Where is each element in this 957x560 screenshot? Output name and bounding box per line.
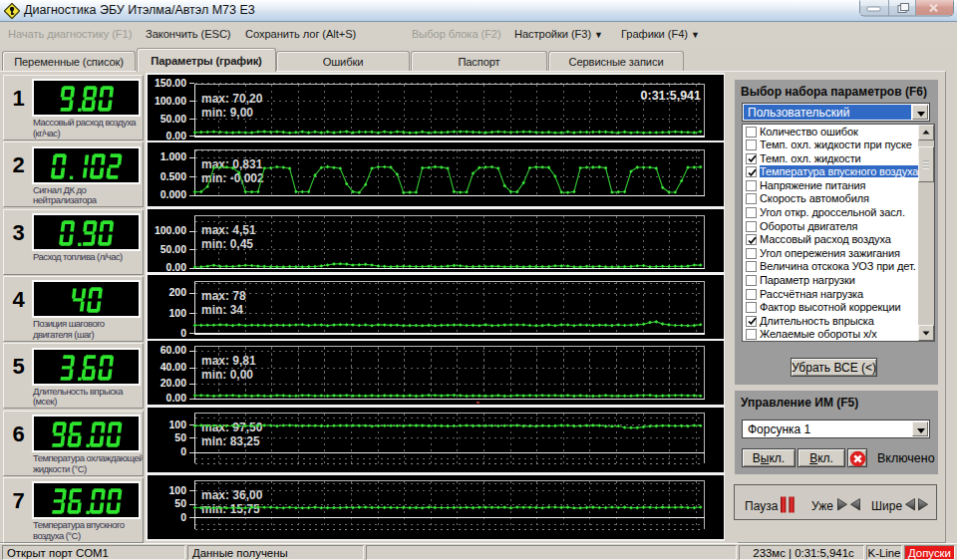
svg-text:0:31:5,941: 0:31:5,941 [641, 89, 702, 103]
svg-text:max: 4,51: max: 4,51 [201, 223, 256, 237]
svg-text:100.00: 100.00 [155, 224, 186, 236]
svg-text:100: 100 [168, 484, 186, 496]
svg-text:0: 0 [180, 445, 186, 457]
svg-text:max: 78: max: 78 [201, 289, 246, 303]
svg-text:40.00: 40.00 [160, 361, 186, 373]
svg-text:max: 36,00: max: 36,00 [201, 488, 263, 502]
svg-text:50: 50 [174, 497, 186, 509]
svg-text:150.00: 150.00 [155, 77, 186, 89]
svg-text:0.00: 0.00 [166, 392, 187, 404]
svg-text:min: 0,00: min: 0,00 [201, 368, 253, 382]
svg-text:100: 100 [168, 419, 186, 430]
svg-text:200: 200 [168, 286, 186, 298]
svg-text:min: 9,00: min: 9,00 [201, 106, 253, 120]
svg-text:50: 50 [174, 431, 186, 443]
svg-text:min: 83,25: min: 83,25 [201, 434, 260, 448]
svg-text:20.00: 20.00 [160, 377, 186, 389]
svg-text:50.00: 50.00 [160, 243, 186, 255]
svg-text:0: 0 [180, 511, 186, 523]
svg-text:1.000: 1.000 [160, 150, 186, 162]
svg-text:50.00: 50.00 [160, 113, 186, 125]
svg-text:min: 0,45: min: 0,45 [201, 237, 253, 251]
svg-text:max: 9,81: max: 9,81 [201, 354, 256, 368]
svg-text:60.00: 60.00 [160, 344, 186, 356]
svg-text:0.00: 0.00 [166, 130, 187, 141]
svg-text:0.000: 0.000 [160, 188, 186, 200]
svg-text:100.00: 100.00 [155, 95, 186, 107]
svg-text:max: 97,50: max: 97,50 [201, 420, 263, 434]
svg-text:max: 70,20: max: 70,20 [201, 92, 263, 106]
svg-text:min: 15,75: min: 15,75 [201, 502, 260, 516]
svg-text:100: 100 [168, 307, 186, 319]
svg-text:0: 0 [180, 327, 186, 339]
svg-text:0.500: 0.500 [160, 170, 186, 182]
svg-text:min: 34: min: 34 [201, 303, 243, 317]
svg-text:0.00: 0.00 [166, 261, 187, 273]
